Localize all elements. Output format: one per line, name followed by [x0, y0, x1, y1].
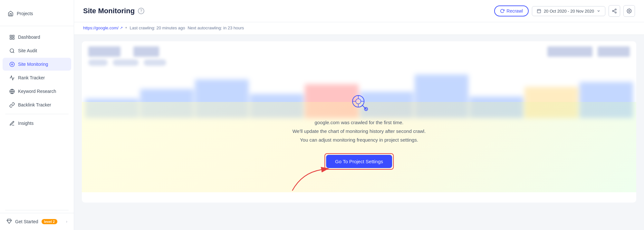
svg-rect-9: [537, 9, 541, 13]
chart-body: google.com was crawled for the first tim…: [82, 70, 636, 192]
topbar-right: Recrawl 20 Oct 2020 - 20 Nov 2020: [494, 5, 635, 17]
overlay-icon: [293, 92, 426, 113]
projects-label: Projects: [17, 11, 33, 16]
overlay-line-3: You can adjust monitoring frequency in p…: [293, 135, 426, 144]
blurred-stat-1: [88, 46, 120, 57]
blurred-tag-1: [88, 59, 108, 66]
svg-rect-1: [12, 35, 14, 37]
chart-subheader-blurred: [82, 59, 636, 70]
chevron-right-icon: ›: [66, 219, 67, 224]
next-crawl-info: Next autocrawling: in 23 hours: [187, 25, 244, 30]
recrawl-label: Recrawl: [506, 8, 523, 14]
site-url-link[interactable]: https://google.com/ ↗: [83, 25, 123, 30]
overlay-line-1: google.com was crawled for the first tim…: [293, 118, 426, 127]
svg-point-20: [356, 99, 361, 104]
button-annotation: Go To Project Settings: [324, 153, 394, 170]
red-highlight-box: Go To Project Settings: [324, 153, 394, 170]
get-started-label: Get Started: [15, 219, 38, 224]
svg-point-14: [612, 10, 614, 12]
gear-icon: [627, 8, 632, 14]
blurred-tag-3: [144, 59, 166, 66]
site-audit-icon: [9, 48, 15, 54]
svg-point-5: [10, 62, 14, 66]
subheader: https://google.com/ ↗ • Last crawling: 2…: [74, 22, 644, 35]
topbar: Site Monitoring ? Recrawl 20 Oct 2020 - …: [74, 0, 644, 22]
svg-rect-2: [10, 37, 12, 39]
svg-point-6: [11, 64, 13, 65]
topbar-left: Site Monitoring ?: [83, 7, 144, 15]
site-monitoring-label: Site Monitoring: [18, 62, 48, 67]
date-range-button[interactable]: 20 Oct 2020 - 20 Nov 2020: [532, 6, 605, 16]
sidebar: Projects Dashboard Site Audit: [0, 0, 74, 230]
blurred-stat-3: [547, 46, 592, 57]
date-range-label: 20 Oct 2020 - 20 Nov 2020: [544, 9, 594, 14]
chart-area: google.com was crawled for the first tim…: [82, 41, 636, 203]
projects-link[interactable]: Projects: [8, 7, 66, 20]
blurred-stat-2: [133, 46, 159, 57]
overlay-line-2: We'll update the chart of monitoring his…: [293, 127, 426, 135]
svg-rect-3: [12, 37, 14, 39]
blurred-stat-4: [598, 46, 630, 57]
svg-point-4: [10, 49, 14, 52]
svg-point-18: [629, 10, 630, 12]
blurred-tag-2: [113, 59, 139, 66]
level-badge: level 2: [42, 219, 58, 224]
recrawl-icon: [500, 9, 505, 13]
last-crawl-info: Last crawling: 20 minutes ago: [130, 25, 185, 30]
svg-rect-0: [10, 35, 12, 37]
help-icon[interactable]: ?: [138, 8, 144, 14]
overlay-text-block: google.com was crawled for the first tim…: [293, 118, 426, 144]
get-started-item[interactable]: Get Started level 2 ›: [6, 218, 67, 225]
sidebar-item-insights[interactable]: Insights: [3, 117, 71, 130]
insights-label: Insights: [18, 121, 34, 126]
keyword-research-label: Keyword Research: [18, 89, 56, 94]
chart-header-blurred: [82, 41, 636, 59]
dashboard-icon: [9, 34, 15, 40]
backlink-tracker-icon: [9, 102, 15, 108]
sidebar-item-site-audit[interactable]: Site Audit: [3, 44, 71, 57]
sidebar-item-rank-tracker[interactable]: Rank Tracker: [3, 71, 71, 84]
crawl-icon-svg: [350, 92, 369, 112]
rank-tracker-icon: [9, 75, 15, 81]
calendar-icon: [537, 9, 541, 13]
overlay-message: google.com was crawled for the first tim…: [280, 79, 439, 183]
svg-line-25: [362, 105, 366, 109]
main-content: Site Monitoring ? Recrawl 20 Oct 2020 - …: [74, 0, 644, 230]
svg-point-13: [615, 9, 616, 10]
sidebar-footer: Get Started level 2 ›: [0, 213, 74, 230]
site-url-text: https://google.com/: [83, 25, 119, 30]
go-to-project-settings-button[interactable]: Go To Project Settings: [326, 155, 392, 168]
svg-point-15: [615, 12, 616, 13]
site-audit-label: Site Audit: [18, 48, 37, 53]
site-monitoring-icon: [9, 61, 15, 67]
sidebar-nav: Dashboard Site Audit Site Monitoring: [0, 26, 74, 207]
svg-line-16: [614, 11, 615, 12]
share-icon: [612, 8, 617, 14]
sidebar-item-site-monitoring[interactable]: Site Monitoring: [3, 58, 71, 71]
sidebar-header: Projects: [0, 0, 74, 26]
settings-button[interactable]: [623, 5, 635, 17]
insights-icon: [9, 120, 15, 126]
sidebar-item-dashboard[interactable]: Dashboard: [3, 31, 71, 44]
chevron-down-icon: [597, 9, 601, 13]
svg-line-17: [614, 10, 615, 11]
diamond-icon: [6, 218, 12, 225]
sidebar-item-backlink-tracker[interactable]: Backlink Tracker: [3, 98, 71, 111]
content-area: google.com was crawled for the first tim…: [74, 35, 644, 230]
dot-separator: •: [125, 25, 127, 31]
footer-divider: [5, 210, 69, 210]
keyword-research-icon: [9, 88, 15, 94]
dashboard-label: Dashboard: [18, 35, 40, 40]
home-icon: [8, 11, 14, 16]
page-title: Site Monitoring: [83, 7, 135, 15]
recrawl-button[interactable]: Recrawl: [494, 5, 529, 16]
backlink-tracker-label: Backlink Tracker: [18, 102, 51, 107]
share-button[interactable]: [609, 5, 620, 17]
sidebar-divider: [5, 114, 69, 114]
sidebar-item-keyword-research[interactable]: Keyword Research: [3, 85, 71, 98]
external-link-icon: ↗: [120, 26, 123, 30]
rank-tracker-label: Rank Tracker: [18, 75, 45, 80]
